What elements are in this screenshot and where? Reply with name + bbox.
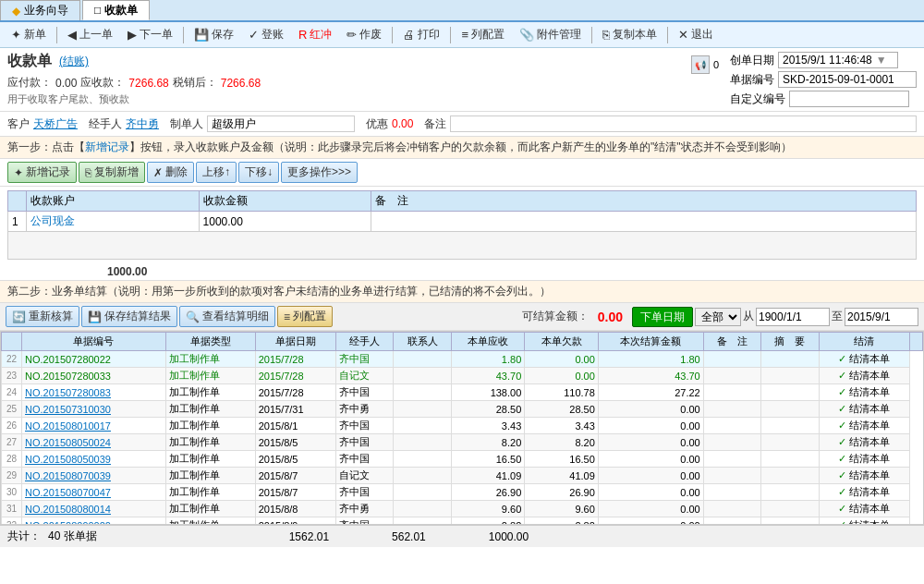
row-note[interactable] [703, 434, 760, 451]
tab-business[interactable]: ◆ 业务向导 [0, 0, 80, 20]
login-button[interactable]: ✓ 登账 [242, 24, 290, 45]
recalc-button[interactable]: 🔄 重新核算 [6, 306, 79, 327]
calendar-icon[interactable]: ▼ [876, 54, 887, 67]
row-note[interactable] [703, 351, 760, 368]
row-docno[interactable]: NO.201508050024 [22, 434, 166, 451]
row-docno[interactable]: NO.201507280022 [22, 351, 166, 368]
table-row: 22 NO.201507280022 加工制作单 2015/7/28 齐中国 1… [2, 351, 923, 368]
page-status[interactable]: (结账) [59, 54, 89, 69]
row-debt: 26.90 [525, 484, 599, 501]
creator-input[interactable] [207, 116, 355, 132]
row-docno[interactable]: NO.201507310030 [22, 401, 166, 418]
tab-receipt[interactable]: □ 收款单 [82, 0, 150, 20]
delete-button[interactable]: ✗ 删除 [147, 162, 194, 183]
down-button[interactable]: 下移↓ [238, 162, 279, 183]
total-value: 1000.00 [100, 265, 147, 278]
more-button[interactable]: 更多操作>>> [281, 162, 358, 183]
row-note[interactable] [703, 501, 760, 517]
step1-link[interactable]: 新增记录 [85, 140, 129, 153]
listset-button[interactable]: ≡ 列配置 [455, 24, 511, 45]
check-icon: ✓ [838, 403, 846, 414]
row-summary [761, 368, 819, 384]
row-note[interactable] [371, 212, 917, 232]
date-from-input[interactable] [756, 308, 830, 326]
collected-value: 7266.68 [128, 77, 168, 90]
row-note[interactable] [703, 517, 760, 526]
row-date: 2015/8/7 [255, 484, 335, 501]
row-settled: ✓ 结清本单 [819, 434, 910, 451]
notification-count: 0 [713, 59, 719, 70]
row-docno[interactable]: NO.201508010017 [22, 418, 166, 434]
add-record-button[interactable]: ✦ 新增记录 [7, 162, 77, 183]
redcopy-button[interactable]: R 红冲 [292, 24, 338, 45]
new-button[interactable]: ✦ 新单 [5, 24, 53, 45]
save-button[interactable]: 💾 保存 [188, 24, 240, 45]
col-note-header: 备 注 [371, 191, 917, 212]
customer-value[interactable]: 天桥广告 [33, 116, 78, 132]
up-button[interactable]: 上移↑ [196, 162, 237, 183]
row-no: 23 [2, 368, 22, 384]
row-settle[interactable]: 0.00 [598, 484, 703, 501]
row-note[interactable] [703, 418, 760, 434]
row-settle[interactable]: 1.80 [598, 351, 703, 368]
row-settle[interactable]: 43.70 [598, 368, 703, 384]
row-settle[interactable]: 0.00 [598, 418, 703, 434]
row-type: 加工制作单 [165, 418, 255, 434]
prev-button[interactable]: ◀ 上一单 [61, 24, 119, 45]
row-docno[interactable]: NO.201508050039 [22, 451, 166, 468]
speaker-icon[interactable]: 📢 [691, 55, 710, 74]
row-settle[interactable]: 0.00 [598, 468, 703, 484]
next-button[interactable]: ▶ 下一单 [121, 24, 179, 45]
row-docno[interactable]: NO.201508080014 [22, 501, 166, 517]
row-date: 2015/7/28 [255, 368, 335, 384]
date-range-select[interactable]: 全部 [695, 308, 741, 326]
copy-new-icon: ⎘ [85, 166, 91, 179]
custom-field[interactable] [789, 91, 909, 107]
copy-button[interactable]: ⎘ 复制本单 [596, 24, 663, 45]
col-config-button[interactable]: ≡ 列配置 [277, 306, 333, 327]
manager-value[interactable]: 齐中勇 [126, 116, 159, 132]
print-button[interactable]: 🖨 打印 [396, 24, 446, 45]
business-tab-label: 业务向导 [24, 3, 68, 18]
date-to-input[interactable] [845, 308, 918, 326]
customer-row: 客户 天桥广告 经手人 齐中勇 制单人 优惠 0.00 备注 [0, 112, 924, 137]
save-settle-button[interactable]: 💾 保存结算结果 [81, 306, 177, 327]
check-icon: ✓ [838, 353, 846, 364]
attachment-button[interactable]: 📎 附件管理 [513, 24, 588, 45]
row-note[interactable] [703, 401, 760, 418]
row-docno[interactable]: NO.201507280083 [22, 384, 166, 401]
row-note[interactable] [703, 368, 760, 384]
row-summary [761, 384, 819, 401]
row-docno[interactable]: NO.201508090020 [22, 517, 166, 526]
row-note[interactable] [703, 451, 760, 468]
row-account[interactable]: 公司现金 [27, 212, 200, 232]
row-note[interactable] [703, 384, 760, 401]
operate-button[interactable]: ✏ 作废 [340, 24, 388, 45]
note-input[interactable] [450, 116, 917, 132]
row-contact [394, 501, 451, 517]
row-settle[interactable]: 0.00 [598, 401, 703, 418]
row-settle[interactable]: 0.00 [598, 501, 703, 517]
row-settle[interactable]: 27.22 [598, 384, 703, 401]
row-debt: 110.78 [525, 384, 599, 401]
copy-new-button[interactable]: ⎘ 复制新增 [79, 162, 145, 183]
creator-label: 制单人 [170, 116, 203, 132]
row-settle[interactable]: 0.00 [598, 451, 703, 468]
date-input-field[interactable]: 2015/9/1 11:46:48 ▼ [778, 52, 898, 68]
table-row: 28 NO.201508050039 加工制作单 2015/8/5 齐中国 16… [2, 451, 923, 468]
row-docno[interactable]: NO.201508070047 [22, 484, 166, 501]
cash-value: 0.00 [598, 310, 623, 324]
col-debt-h: 本单欠款 [525, 333, 599, 351]
settle-date-button[interactable]: 下单日期 [632, 307, 693, 327]
row-docno[interactable]: NO.201508070039 [22, 468, 166, 484]
discount-group: 优惠 0.00 [366, 116, 413, 132]
view-detail-button[interactable]: 🔍 查看结算明细 [179, 306, 275, 327]
row-note[interactable] [703, 468, 760, 484]
row-settle[interactable]: 0.00 [598, 434, 703, 451]
save-icon: 💾 [194, 28, 209, 42]
row-note[interactable] [703, 484, 760, 501]
row-amount[interactable]: 1000.00 [199, 212, 371, 232]
row-settle[interactable]: 0.00 [598, 517, 703, 526]
exit-button[interactable]: ✕ 退出 [672, 24, 720, 45]
row-docno[interactable]: NO.201507280033 [22, 368, 166, 384]
